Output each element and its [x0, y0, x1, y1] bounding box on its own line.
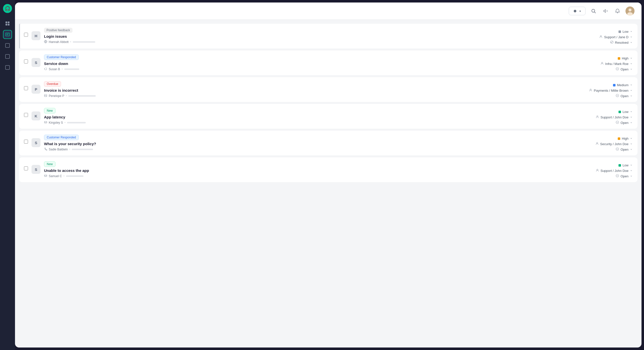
ticket-team-5[interactable]: Security / John Doe — [596, 142, 632, 146]
ticket-title-6[interactable]: Unable to access the app — [44, 168, 574, 173]
svg-rect-0 — [6, 21, 7, 23]
ticket-body-5: Customer Responded What is your security… — [44, 135, 574, 151]
ticket-author-6: Samuel C — [49, 174, 62, 178]
ticket-team-2[interactable]: Infra / Mark Roe — [600, 62, 632, 66]
sidebar-item-5[interactable] — [3, 63, 12, 72]
priority-dot-4 — [618, 111, 621, 113]
ticket-checkbox-4[interactable] — [24, 113, 28, 117]
status-chevron-2 — [630, 67, 632, 71]
ticket-avatar-5: S — [32, 138, 40, 147]
ticket-status-1[interactable]: Resolved — [610, 40, 632, 44]
header: ⊕ ▾ — [15, 2, 642, 20]
ticket-checkbox-2[interactable] — [24, 59, 28, 63]
status-label-1: Resolved — [615, 41, 628, 44]
ticket-checkbox-5[interactable] — [24, 140, 28, 144]
ticket-status-2[interactable]: Open — [616, 67, 632, 71]
ticket-tag-6: New — [44, 161, 56, 167]
status-chevron-5 — [630, 148, 632, 151]
ticket-tag-2: Customer Responded — [44, 54, 79, 60]
ticket-priority-5[interactable]: High — [618, 137, 632, 140]
priority-label-1: Low — [622, 30, 628, 33]
team-chevron-5 — [630, 142, 632, 146]
svg-point-8 — [592, 9, 595, 12]
ticket-meta-bar-2 — [64, 68, 79, 70]
sidebar: 🎧 — [0, 0, 15, 350]
ticket-checkbox-3[interactable] — [24, 86, 28, 90]
ticket-divider-3: • — [66, 94, 67, 98]
sidebar-item-tickets[interactable] — [3, 30, 12, 39]
ticket-author-4: Kingsley S — [49, 121, 63, 124]
ticket-meta-6: Samuel C • — [44, 174, 574, 178]
ticket-priority-1[interactable]: Low — [618, 30, 632, 33]
svg-rect-25 — [44, 175, 47, 177]
priority-label-6: Low — [622, 163, 628, 167]
ticket-row: H Positive feedback Login issues Hannah … — [19, 24, 638, 48]
notification-icon[interactable] — [614, 7, 622, 15]
meta-type-icon-3 — [44, 94, 47, 98]
ticket-meta-bar-1 — [73, 41, 95, 43]
search-icon[interactable] — [590, 7, 598, 15]
ticket-right-6: Low Support / John Doe Open — [578, 163, 632, 178]
meta-type-icon-6 — [44, 174, 47, 178]
ticket-tag-1: Positive feedback — [44, 28, 72, 33]
megaphone-icon[interactable] — [602, 7, 610, 15]
ticket-divider-6: • — [64, 174, 64, 178]
ticket-avatar-3: P — [32, 85, 40, 94]
ticket-team-1[interactable]: Support / Jane D — [599, 35, 632, 39]
svg-point-23 — [596, 142, 598, 144]
ticket-status-5[interactable]: Open — [616, 147, 632, 151]
ticket-team-3[interactable]: Payments / Millie Brown — [589, 88, 632, 92]
ticket-priority-2[interactable]: High — [618, 56, 632, 60]
status-chevron-1 — [630, 41, 632, 44]
new-button[interactable]: ⊕ ▾ — [569, 7, 586, 15]
person-icon-5 — [596, 142, 599, 146]
ticket-priority-3[interactable]: Medium — [613, 83, 632, 87]
ticket-divider-5: • — [69, 148, 70, 151]
app-logo[interactable]: 🎧 — [3, 4, 12, 13]
svg-rect-6 — [6, 54, 10, 58]
team-label-4: Support / John Doe — [600, 115, 628, 119]
meta-type-icon-1 — [44, 40, 47, 44]
svg-rect-3 — [8, 24, 10, 25]
ticket-status-6[interactable]: Open — [616, 174, 632, 178]
status-chevron-4 — [630, 121, 632, 125]
ticket-title-2[interactable]: Service down — [44, 61, 574, 66]
team-label-1: Support / Jane D — [604, 35, 628, 39]
ticket-title-4[interactable]: App latency — [44, 115, 574, 119]
ticket-title-5[interactable]: What is your security policy? — [44, 142, 574, 146]
ticket-meta-2: Susan B • — [44, 67, 574, 71]
team-label-2: Infra / Mark Roe — [605, 62, 628, 66]
ticket-status-3[interactable]: Open — [616, 94, 632, 98]
ticket-body-2: Customer Responded Service down Susan B … — [44, 54, 574, 71]
svg-point-15 — [602, 62, 603, 63]
user-avatar[interactable] — [626, 6, 634, 15]
svg-point-22 — [616, 121, 619, 124]
sidebar-item-grid[interactable] — [3, 19, 12, 28]
ticket-status-4[interactable]: Open — [616, 121, 632, 125]
priority-chevron-1 — [630, 30, 632, 33]
svg-point-10 — [628, 8, 632, 11]
ticket-priority-4[interactable]: Low — [618, 110, 632, 114]
ticket-author-3: Penelope P — [49, 94, 64, 98]
ticket-left-border — [19, 24, 20, 48]
status-icon-5 — [616, 147, 619, 151]
status-icon-1 — [610, 40, 614, 44]
person-icon-3 — [589, 88, 592, 92]
sidebar-item-inbox[interactable] — [3, 41, 12, 50]
ticket-title-3[interactable]: Invoice is incorrect — [44, 88, 574, 92]
ticket-priority-6[interactable]: Low — [618, 163, 632, 167]
ticket-team-6[interactable]: Support / John Doe — [596, 169, 632, 173]
ticket-title-1[interactable]: Login issues — [44, 34, 574, 38]
ticket-meta-bar-3 — [68, 95, 96, 97]
ticket-right-3: Medium Payments / Millie Brown Open — [578, 83, 632, 98]
ticket-team-4[interactable]: Support / John Doe — [596, 115, 632, 119]
team-chevron-3 — [630, 89, 632, 92]
status-label-5: Open — [620, 148, 628, 151]
priority-chevron-2 — [630, 56, 632, 60]
ticket-checkbox-6[interactable] — [24, 166, 28, 170]
ticket-meta-bar-4 — [67, 122, 86, 123]
sidebar-item-4[interactable] — [3, 52, 12, 61]
ticket-body-1: Positive feedback Login issues Hannah Ab… — [44, 28, 574, 44]
ticket-row: S Customer Responded What is your securi… — [19, 131, 638, 155]
ticket-checkbox-1[interactable] — [24, 33, 28, 37]
